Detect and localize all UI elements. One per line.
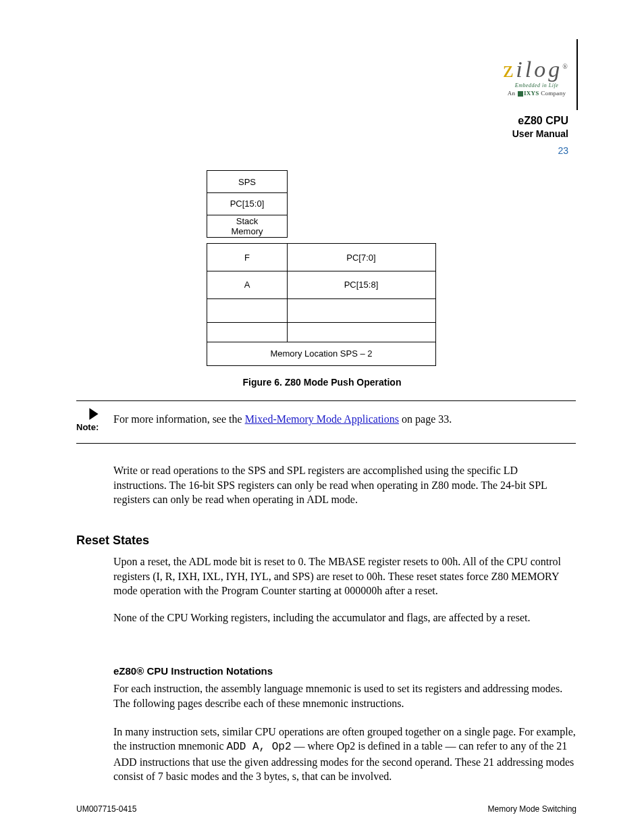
box-pc-7-0: PC[7:0] xyxy=(287,243,436,271)
box-stack-memory: Stack Memory xyxy=(207,215,288,238)
box-a: A xyxy=(207,271,288,299)
note-text: For more information, see the Mixed-Memo… xyxy=(113,413,566,427)
logo-tagline: Embedded in Life xyxy=(500,82,574,88)
subco-ixys: IXYS xyxy=(524,90,539,97)
paragraph-3: None of the CPU Working registers, inclu… xyxy=(113,610,572,625)
footer-doc-id: UM007715-0415 xyxy=(76,804,136,814)
note-link[interactable]: Mixed-Memory Mode Applications xyxy=(245,413,399,425)
heading-reset-states: Reset States xyxy=(76,533,149,548)
logo-rest: ilog xyxy=(516,57,562,82)
p5-mono: ADD A, Op2 xyxy=(227,741,292,753)
box-blank-left xyxy=(207,298,288,323)
subco-pre: An xyxy=(508,90,517,97)
box-pc-15-8: PC[15:8] xyxy=(287,271,436,299)
logo-letter-z: z xyxy=(503,57,516,82)
paragraph-4: For each instruction, the assembly langu… xyxy=(113,681,576,710)
subco-post: Company xyxy=(539,90,566,97)
note-text-pre: For more information, see the xyxy=(113,413,245,425)
doc-subtitle: User Manual xyxy=(512,128,568,139)
logo-subcompany: An IXYS Company xyxy=(500,90,574,97)
ixys-box-icon xyxy=(518,91,523,97)
box-blank-right xyxy=(287,298,436,323)
logo: zilog® Embedded in Life An IXYS Company xyxy=(500,58,574,97)
header-rule xyxy=(576,39,578,110)
box-sps: SPS xyxy=(207,170,288,193)
note-label: Note: xyxy=(76,422,99,432)
note-rule-top xyxy=(76,400,576,401)
page-number: 23 xyxy=(558,145,568,156)
heading-instruction-notations: eZ80® CPU Instruction Notations xyxy=(113,665,273,677)
box-blank-left2 xyxy=(207,322,288,342)
box-blank-right2 xyxy=(287,322,436,342)
doc-title: eZ80 CPU xyxy=(518,115,568,127)
logo-word: zilog® xyxy=(500,58,574,81)
box-pc-15-0: PC[15:0] xyxy=(207,192,288,215)
note-rule-bottom xyxy=(76,443,576,444)
logo-registered: ® xyxy=(562,63,570,70)
paragraph-1: Write or read operations to the SPS and … xyxy=(113,463,572,507)
footer-section: Memory Mode Switching xyxy=(488,804,576,814)
box-memory-location: Memory Location SPS – 2 xyxy=(207,342,436,366)
svg-marker-0 xyxy=(89,408,98,420)
paragraph-2: Upon a reset, the ADL mode bit is reset … xyxy=(113,554,576,598)
box-flags: F xyxy=(207,243,288,271)
note-text-post: on page 33. xyxy=(399,413,452,425)
figure-caption: Figure 6. Z80 Mode Push Operation xyxy=(0,377,644,388)
paragraph-5: In many instruction sets, similar CPU op… xyxy=(113,725,576,783)
